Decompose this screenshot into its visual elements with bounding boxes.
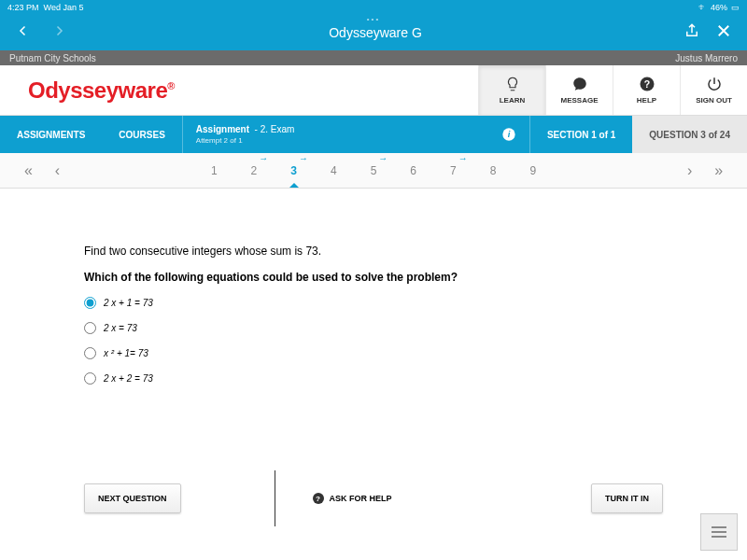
- help-icon: ?: [639, 76, 655, 92]
- ios-time: 4:23 PM: [7, 3, 39, 12]
- ios-status-bar: 4:23 PM Wed Jan 5 ᯤ 46% ▭: [0, 0, 747, 15]
- user-name: Justus Marrero: [675, 53, 738, 63]
- pager-last-icon[interactable]: »: [714, 162, 723, 179]
- pager-num-7[interactable]: 7→: [446, 155, 460, 187]
- question-line-2: Which of the following equations could b…: [84, 271, 663, 284]
- section-indicator: SECTION 1 of 1: [529, 116, 632, 153]
- pager-num-2[interactable]: 2→: [247, 155, 261, 187]
- pager-num-5[interactable]: 5→: [367, 155, 381, 187]
- help-icon: ?: [313, 493, 324, 504]
- district-name: Putnam City Schools: [9, 53, 96, 63]
- ask-for-help-button[interactable]: ? ASK FOR HELP: [313, 493, 392, 504]
- answer-radio-1[interactable]: [84, 322, 96, 334]
- turn-it-in-button[interactable]: TURN IT IN: [591, 483, 663, 513]
- answer-option-1[interactable]: 2 x = 73: [84, 322, 663, 334]
- pager-num-6[interactable]: 6: [406, 155, 420, 187]
- app-header: Odysseyware® LEARN MESSAGE ? HELP SIGN O…: [0, 65, 747, 116]
- forward-icon[interactable]: [50, 22, 67, 43]
- learn-button[interactable]: LEARN: [478, 65, 545, 115]
- question-pager: « ‹ 12→3→45→67→89 › »: [0, 153, 747, 189]
- chat-icon: [571, 76, 588, 92]
- pager-prev-icon[interactable]: ‹: [55, 162, 60, 179]
- share-icon[interactable]: [684, 22, 700, 43]
- close-icon[interactable]: [715, 22, 732, 43]
- battery-percent: 46%: [711, 3, 727, 12]
- answer-radio-0[interactable]: [84, 297, 96, 309]
- lightbulb-icon: [504, 76, 521, 92]
- answer-text: 2 x = 73: [104, 323, 137, 333]
- answer-radio-3[interactable]: [84, 372, 96, 385]
- message-button[interactable]: MESSAGE: [545, 65, 613, 115]
- question-line-1: Find two consecutive integers whose sum …: [84, 245, 663, 258]
- answer-option-3[interactable]: 2 x + 2 = 73: [84, 372, 663, 385]
- brand-logo: Odysseyware®: [28, 77, 175, 104]
- answer-text: 2 x + 2 = 73: [104, 373, 153, 384]
- svg-text:?: ?: [643, 78, 649, 90]
- signout-button[interactable]: SIGN OUT: [680, 65, 747, 115]
- power-icon: [706, 76, 723, 92]
- assignment-info: Assignment - 2. Exam Attempt 2 of 1: [183, 116, 308, 153]
- answer-text: x ² + 1= 73: [104, 348, 148, 358]
- pager-num-3[interactable]: 3→: [287, 155, 301, 187]
- pager-first-icon[interactable]: «: [24, 162, 33, 179]
- pager-next-icon[interactable]: ›: [687, 162, 692, 179]
- ios-multitask-dots[interactable]: •••: [367, 15, 380, 23]
- assignment-bar: ASSIGNMENTS COURSES Assignment - 2. Exam…: [0, 116, 747, 153]
- answer-option-2[interactable]: x ² + 1= 73: [84, 347, 663, 359]
- pager-num-1[interactable]: 1: [207, 155, 221, 187]
- svg-text:i: i: [508, 130, 511, 139]
- answer-radio-2[interactable]: [84, 347, 96, 359]
- pager-num-9[interactable]: 9: [526, 155, 540, 187]
- pager-num-4[interactable]: 4: [327, 155, 341, 187]
- question-indicator: QUESTION 3 of 24: [632, 116, 747, 153]
- pager-num-8[interactable]: 8: [486, 155, 500, 187]
- answer-text: 2 x + 1 = 73: [104, 298, 153, 308]
- assignments-tab[interactable]: ASSIGNMENTS: [0, 116, 102, 153]
- menu-fab[interactable]: [700, 513, 738, 551]
- battery-icon: ▭: [731, 3, 740, 12]
- school-bar: Putnam City Schools Justus Marrero: [0, 50, 747, 65]
- question-content: Find two consecutive integers whose sum …: [0, 189, 747, 385]
- bottom-bar: NEXT QUESTION ? ASK FOR HELP TURN IT IN: [0, 470, 747, 526]
- back-icon[interactable]: [15, 22, 32, 43]
- hamburger-icon: [712, 526, 726, 538]
- next-question-button[interactable]: NEXT QUESTION: [84, 483, 181, 513]
- courses-tab[interactable]: COURSES: [102, 116, 181, 153]
- ios-date: Wed Jan 5: [44, 3, 84, 12]
- answer-option-0[interactable]: 2 x + 1 = 73: [84, 297, 663, 309]
- help-button[interactable]: ? HELP: [613, 65, 680, 115]
- page-title: Odysseyware G: [329, 25, 422, 40]
- wifi-icon: ᯤ: [698, 3, 707, 12]
- info-icon[interactable]: i: [488, 116, 529, 153]
